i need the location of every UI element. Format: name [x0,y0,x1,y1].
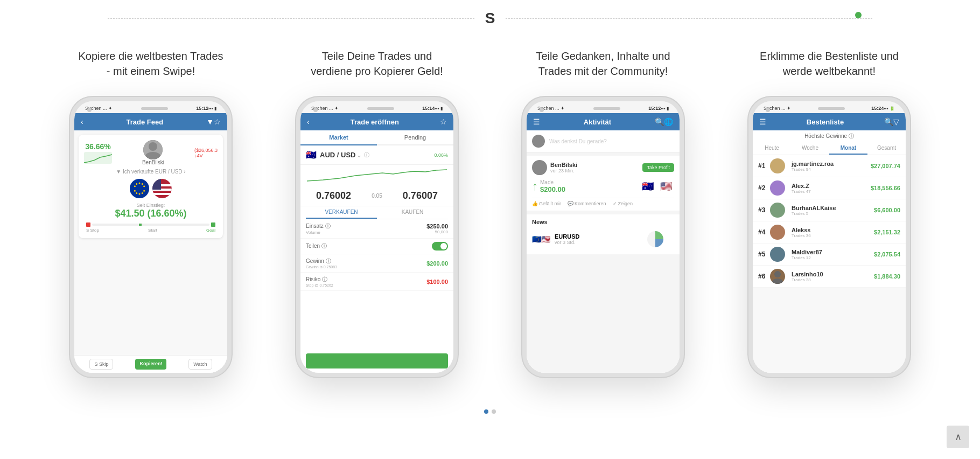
phone-1-screen: 36.66% [74,130,227,373]
lb-trades-4: Trades 36 [792,233,874,238]
trade-chart-mini [84,152,112,164]
dot-2[interactable] [492,409,496,414]
divider-left [108,18,474,19]
phone-3-header: ☰ Aktivität 🔍 🌐 [527,113,680,130]
show-button[interactable]: ✓ Zeigen [613,201,633,206]
scroll-to-top-button[interactable]: ∧ [947,426,969,448]
lb-avatar-4 [770,225,785,240]
dropdown-arrow[interactable]: ⌄ [356,151,362,159]
show-label: Zeigen [618,201,633,206]
currency-pair: AUD / USD [320,151,355,159]
logo: S [474,10,506,27]
comment-button[interactable]: 💬 Kommentieren [568,201,606,206]
svg-point-20 [534,170,545,175]
skip-button[interactable]: S Skip [89,359,113,370]
section-leaderboard: Erklimme die Bestenliste undwerde weltbe… [724,48,934,377]
phone-1-filter-icon[interactable]: ▼ [206,117,214,126]
section-title-1: Kopiere die weltbesten Trades- mit einem… [78,48,223,81]
tab-market[interactable]: Market [300,130,377,145]
phone-3-statusbar: Suchen ... ✦ 15:12 ▪▪▪ ▮ [527,101,680,113]
rank-1: #1 [758,162,770,170]
phone-4-filter-icon[interactable]: ▽ [893,117,899,126]
phone-4: Suchen ... ✦ 15:24 ▪▪▪ 🔋 ☰ Bestenliste 🔍… [748,97,910,377]
post-avatar [532,160,547,175]
lb-row-1: #1 jg.martinez.roa Trades 94 $27,007.74 [753,155,906,177]
tab-buy[interactable]: KAUFEN [377,206,448,219]
watch-button[interactable]: Watch [188,359,212,370]
thumb-icon: 👍 [532,201,538,206]
stop-marker [86,222,90,227]
phone-1: Suchen ... ✦ 15:12 ▪▪▪ ▮ ‹ Trade Feed ▼ … [70,97,232,377]
arrow-up-icon: ↑ [532,179,538,193]
phone-1-header-title: Trade Feed [83,118,206,126]
dot-1[interactable] [484,409,488,414]
phone-4-screen: Höchste Gewinne ⓘ Heute Woche Monat Gesa… [753,130,906,373]
phone-3-menu-icon[interactable]: ☰ [533,117,540,126]
toggle-teilen[interactable] [432,242,448,251]
divider-right [506,18,872,19]
phone-3-search-icon[interactable]: 🔍 [655,117,664,126]
main-content: Kopiere die weltbesten Trades- mit einem… [0,27,980,399]
svg-point-6 [143,190,145,192]
phone-4-menu-icon[interactable]: ☰ [759,117,766,126]
form-label-gewinn-container: Gewinn ⓘ Gewinn is 0.75083 [306,258,337,269]
price-row: 0.76002 0.05 0.76007 [300,186,453,206]
form-value-risiko: $100.00 [426,279,448,285]
toggle-knob [440,243,447,249]
tab-sell[interactable]: VERKAUFEN [306,206,377,219]
form-row-einsatz: Einsatz ⓘ Volume $250.00 50,000 [300,219,453,239]
tab-heute[interactable]: Heute [753,142,791,155]
trade-label: ▼ Ich verkaufte EUR / USD › [84,169,218,175]
phone-2-camera [313,108,318,112]
lb-avatar-2 [770,180,785,196]
tab-woche[interactable]: Woche [791,142,829,155]
post-flag-au: 🇦🇺 [640,178,656,194]
news-chart [636,228,674,250]
currency-row: 🇦🇺 AUD / USD ⌄ ⓘ 0.06% [300,145,453,165]
lb-username-6: Larsinho10 [792,271,874,277]
section-community: Teile Gedanken, Inhalte undTrades mit de… [498,48,708,377]
svg-point-0 [149,142,157,151]
progress-bar-row [84,222,218,227]
phone-2-header: ‹ Trade eröffnen ☆ [300,113,453,130]
mini-chart [306,165,448,184]
leaderboard-content: Höchste Gewinne ⓘ Heute Woche Monat Gesa… [753,130,906,373]
einsatz-sub: Volume [306,230,331,235]
made-info: Made $200.00 [540,179,565,193]
tab-gesamt[interactable]: Gesamt [867,142,906,155]
progress-indicator [139,224,142,226]
post-user-info: BenBilski vor 23 Min. [550,162,577,173]
section-title-4: Erklimme die Bestenliste undwerde weltbe… [760,48,899,81]
lb-user-6: Larsinho10 Trades 38 [792,271,874,282]
lb-trades-3: Trades 5 [792,211,874,216]
phone-2-status-icons: ▪▪▪ ▮ [435,106,443,111]
section-title-3: Teile Gedanken, Inhalte undTrades mit de… [536,48,670,81]
post-user-avatar [532,135,545,148]
tab-monat[interactable]: Monat [829,142,867,155]
phone-2-star-icon[interactable]: ☆ [440,117,447,126]
post-flag-us: 🇺🇸 [658,178,674,194]
phone-2-header-title: Trade eröffnen [310,118,440,126]
phone-4-status-icons: ▪▪▪ 🔋 [884,106,895,111]
phone-1-star-icon[interactable]: ☆ [214,117,221,126]
trade-form-tabs: Market Pending [300,130,453,145]
lb-row-3: #3 BurhanALKaise Trades 5 $6,600.00 [753,199,906,221]
phone-3-globe-icon[interactable]: 🌐 [664,117,673,126]
goal-marker [211,222,215,227]
form-label-risiko-container: Risiko ⓘ Stop @ 0.75262 [306,276,333,287]
lb-avatar-5 [770,247,785,262]
open-trade-button[interactable] [306,353,448,368]
trade-avatar [143,140,163,159]
svg-point-22 [772,279,783,284]
rank-6: #6 [758,273,770,280]
form-label-einsatz: Einsatz ⓘ Volume [306,222,331,235]
like-button[interactable]: 👍 Gefällt mir [532,201,561,206]
copy-button[interactable]: Kopieren! [135,359,166,370]
activity-post-1: BenBilski vor 23 Min. Take Profit ↑ [527,156,680,211]
form-value-einsatz: $250.00 [426,223,448,229]
news-time: vor 3 Std. [555,240,579,245]
phone-4-search-icon[interactable]: 🔍 [884,117,893,126]
tab-pending[interactable]: Pending [377,130,453,144]
phone-3-time: 15:12 [648,106,661,111]
form-label-gewinn: Gewinn ⓘ [306,258,337,265]
